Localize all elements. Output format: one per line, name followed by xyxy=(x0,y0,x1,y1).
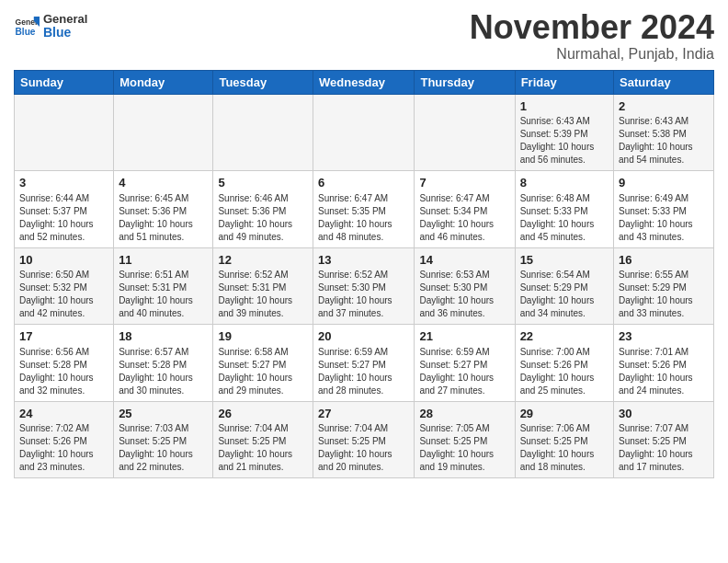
logo-area: General Blue General Blue xyxy=(14,9,87,40)
day-number: 24 xyxy=(19,406,108,422)
day-info: Sunrise: 6:52 AM Sunset: 5:31 PM Dayligh… xyxy=(218,269,308,320)
day-cell xyxy=(415,94,515,171)
day-info: Sunrise: 6:47 AM Sunset: 5:35 PM Dayligh… xyxy=(318,192,409,244)
day-cell: 8Sunrise: 6:48 AM Sunset: 5:33 PM Daylig… xyxy=(515,171,613,248)
day-number: 28 xyxy=(419,406,509,422)
day-number: 12 xyxy=(218,252,308,269)
day-cell: 18Sunrise: 6:57 AM Sunset: 5:28 PM Dayli… xyxy=(114,325,213,402)
week-row-3: 10Sunrise: 6:50 AM Sunset: 5:32 PM Dayli… xyxy=(15,247,714,325)
day-cell: 7Sunrise: 6:47 AM Sunset: 5:34 PM Daylig… xyxy=(415,171,515,248)
day-number: 21 xyxy=(419,328,509,345)
day-cell: 10Sunrise: 6:50 AM Sunset: 5:32 PM Dayli… xyxy=(15,247,114,325)
day-number: 29 xyxy=(520,406,609,422)
weekday-header-row: SundayMondayTuesdayWednesdayThursdayFrid… xyxy=(15,70,714,94)
day-cell: 28Sunrise: 7:05 AM Sunset: 5:25 PM Dayli… xyxy=(415,401,515,478)
location: Nurmahal, Punjab, India xyxy=(470,46,714,63)
day-info: Sunrise: 6:45 AM Sunset: 5:36 PM Dayligh… xyxy=(119,192,208,244)
day-cell: 24Sunrise: 7:02 AM Sunset: 5:26 PM Dayli… xyxy=(15,401,114,478)
day-number: 9 xyxy=(619,175,709,191)
day-number: 14 xyxy=(419,252,509,269)
logo-icon: General Blue xyxy=(14,14,40,40)
day-cell: 9Sunrise: 6:49 AM Sunset: 5:33 PM Daylig… xyxy=(614,171,714,248)
weekday-header-tuesday: Tuesday xyxy=(213,70,313,94)
day-cell: 1Sunrise: 6:43 AM Sunset: 5:39 PM Daylig… xyxy=(515,94,613,171)
day-number: 5 xyxy=(218,175,308,191)
day-number: 7 xyxy=(419,175,509,191)
day-number: 8 xyxy=(520,175,609,191)
day-cell: 22Sunrise: 7:00 AM Sunset: 5:26 PM Dayli… xyxy=(515,325,613,402)
day-cell: 30Sunrise: 7:07 AM Sunset: 5:25 PM Dayli… xyxy=(614,401,714,478)
day-cell xyxy=(313,94,415,171)
day-info: Sunrise: 6:43 AM Sunset: 5:38 PM Dayligh… xyxy=(619,115,709,167)
day-number: 10 xyxy=(19,252,108,269)
day-number: 18 xyxy=(119,328,208,345)
day-number: 25 xyxy=(119,406,208,422)
svg-text:Blue: Blue xyxy=(16,27,36,37)
day-info: Sunrise: 7:00 AM Sunset: 5:26 PM Dayligh… xyxy=(520,346,609,397)
day-number: 19 xyxy=(218,328,308,345)
day-info: Sunrise: 6:58 AM Sunset: 5:27 PM Dayligh… xyxy=(218,346,308,397)
month-title: November 2024 xyxy=(470,9,714,46)
day-cell: 15Sunrise: 6:54 AM Sunset: 5:29 PM Dayli… xyxy=(515,247,613,325)
day-info: Sunrise: 6:47 AM Sunset: 5:34 PM Dayligh… xyxy=(419,192,509,244)
day-number: 1 xyxy=(520,98,609,115)
day-cell: 27Sunrise: 7:04 AM Sunset: 5:25 PM Dayli… xyxy=(313,401,415,478)
day-info: Sunrise: 6:52 AM Sunset: 5:30 PM Dayligh… xyxy=(318,269,409,320)
day-cell: 17Sunrise: 6:56 AM Sunset: 5:28 PM Dayli… xyxy=(15,325,114,402)
logo-general: General xyxy=(43,13,87,26)
day-info: Sunrise: 6:49 AM Sunset: 5:33 PM Dayligh… xyxy=(619,192,709,244)
day-number: 2 xyxy=(619,98,709,115)
day-info: Sunrise: 6:46 AM Sunset: 5:36 PM Dayligh… xyxy=(218,192,308,244)
day-number: 16 xyxy=(619,252,709,269)
day-info: Sunrise: 6:50 AM Sunset: 5:32 PM Dayligh… xyxy=(19,269,108,320)
weekday-header-wednesday: Wednesday xyxy=(313,70,415,94)
day-number: 22 xyxy=(520,328,609,345)
day-info: Sunrise: 7:01 AM Sunset: 5:26 PM Dayligh… xyxy=(619,346,709,397)
day-cell: 23Sunrise: 7:01 AM Sunset: 5:26 PM Dayli… xyxy=(614,325,714,402)
week-row-1: 1Sunrise: 6:43 AM Sunset: 5:39 PM Daylig… xyxy=(15,94,714,171)
day-cell: 25Sunrise: 7:03 AM Sunset: 5:25 PM Dayli… xyxy=(114,401,213,478)
day-number: 23 xyxy=(619,328,709,345)
day-info: Sunrise: 7:03 AM Sunset: 5:25 PM Dayligh… xyxy=(119,422,208,474)
day-info: Sunrise: 6:56 AM Sunset: 5:28 PM Dayligh… xyxy=(19,346,108,397)
day-info: Sunrise: 6:48 AM Sunset: 5:33 PM Dayligh… xyxy=(520,192,609,244)
day-number: 17 xyxy=(19,328,108,345)
day-cell: 14Sunrise: 6:53 AM Sunset: 5:30 PM Dayli… xyxy=(415,247,515,325)
day-cell xyxy=(114,94,213,171)
day-info: Sunrise: 6:53 AM Sunset: 5:30 PM Dayligh… xyxy=(419,269,509,320)
day-cell xyxy=(15,94,114,171)
day-info: Sunrise: 6:55 AM Sunset: 5:29 PM Dayligh… xyxy=(619,269,709,320)
header: General Blue General Blue November 2024 … xyxy=(14,9,714,63)
weekday-header-thursday: Thursday xyxy=(415,70,515,94)
day-cell: 11Sunrise: 6:51 AM Sunset: 5:31 PM Dayli… xyxy=(114,247,213,325)
week-row-2: 3Sunrise: 6:44 AM Sunset: 5:37 PM Daylig… xyxy=(15,171,714,248)
day-number: 26 xyxy=(218,406,308,422)
day-info: Sunrise: 6:59 AM Sunset: 5:27 PM Dayligh… xyxy=(318,346,409,397)
day-cell: 13Sunrise: 6:52 AM Sunset: 5:30 PM Dayli… xyxy=(313,247,415,325)
day-number: 11 xyxy=(119,252,208,269)
day-number: 3 xyxy=(19,175,108,191)
day-cell: 20Sunrise: 6:59 AM Sunset: 5:27 PM Dayli… xyxy=(313,325,415,402)
day-cell: 29Sunrise: 7:06 AM Sunset: 5:25 PM Dayli… xyxy=(515,401,613,478)
calendar: SundayMondayTuesdayWednesdayThursdayFrid… xyxy=(14,70,714,479)
weekday-header-friday: Friday xyxy=(515,70,613,94)
day-cell: 26Sunrise: 7:04 AM Sunset: 5:25 PM Dayli… xyxy=(213,401,313,478)
day-cell: 6Sunrise: 6:47 AM Sunset: 5:35 PM Daylig… xyxy=(313,171,415,248)
day-info: Sunrise: 6:57 AM Sunset: 5:28 PM Dayligh… xyxy=(119,346,208,397)
week-row-4: 17Sunrise: 6:56 AM Sunset: 5:28 PM Dayli… xyxy=(15,325,714,402)
day-info: Sunrise: 6:43 AM Sunset: 5:39 PM Dayligh… xyxy=(520,115,609,167)
day-number: 15 xyxy=(520,252,609,269)
day-info: Sunrise: 6:54 AM Sunset: 5:29 PM Dayligh… xyxy=(520,269,609,320)
day-info: Sunrise: 7:04 AM Sunset: 5:25 PM Dayligh… xyxy=(318,422,409,474)
day-info: Sunrise: 7:07 AM Sunset: 5:25 PM Dayligh… xyxy=(619,422,709,474)
day-cell: 19Sunrise: 6:58 AM Sunset: 5:27 PM Dayli… xyxy=(213,325,313,402)
day-info: Sunrise: 6:44 AM Sunset: 5:37 PM Dayligh… xyxy=(19,192,108,244)
day-number: 13 xyxy=(318,252,409,269)
day-cell: 5Sunrise: 6:46 AM Sunset: 5:36 PM Daylig… xyxy=(213,171,313,248)
day-number: 30 xyxy=(619,406,709,422)
weekday-header-monday: Monday xyxy=(114,70,213,94)
day-info: Sunrise: 7:02 AM Sunset: 5:26 PM Dayligh… xyxy=(19,422,108,474)
day-number: 27 xyxy=(318,406,409,422)
weekday-header-sunday: Sunday xyxy=(15,70,114,94)
week-row-5: 24Sunrise: 7:02 AM Sunset: 5:26 PM Dayli… xyxy=(15,401,714,478)
